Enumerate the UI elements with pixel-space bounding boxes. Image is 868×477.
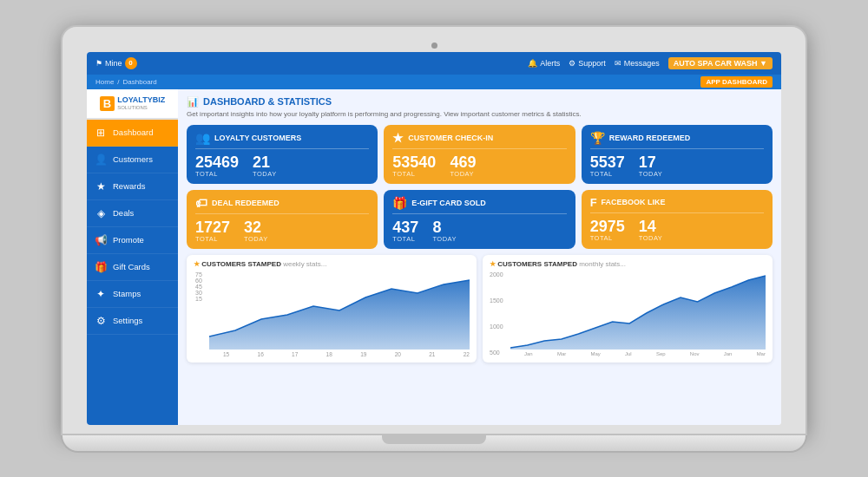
egift-today-label: TODAY: [432, 235, 457, 243]
svg-marker-0: [209, 280, 470, 350]
egift-total-label: TOTAL: [392, 235, 418, 243]
home-breadcrumb[interactable]: Home: [95, 78, 114, 86]
stat-card-deal-redeemed: 🏷 DEAL REDEEMED 1727 TOTAL 32: [187, 190, 378, 249]
sidebar-giftcards-label: Gift Cards: [113, 262, 150, 271]
chart-weekly-x-labels: 15 16 17 18 19 20 21 22: [209, 351, 470, 357]
sidebar-promote-label: Promote: [113, 235, 144, 245]
sidebar-item-promote[interactable]: 📢 Promote: [87, 227, 178, 254]
y-m-2000: 2000: [490, 271, 507, 278]
reward-total-number: 5537: [590, 154, 625, 170]
top-nav-left: ⚑ Mine 0: [95, 57, 137, 69]
sidebar-customers-label: Customers: [113, 154, 153, 164]
screen-bezel: ⚑ Mine 0 🔔 Alerts ⚙ Support ✉: [61, 25, 807, 435]
sidebar-item-dashboard[interactable]: ⊞ Dashboard: [87, 120, 178, 147]
brand-selector[interactable]: AUTO SPA CAR WASH ▼: [668, 57, 773, 69]
logo-b: B: [100, 96, 115, 111]
x-m-may: May: [590, 351, 600, 356]
top-nav-right: 🔔 Alerts ⚙ Support ✉ Messages AUTO SPA C…: [528, 57, 773, 69]
support-nav-item[interactable]: ⚙ Support: [569, 59, 606, 68]
app-dashboard-button[interactable]: APP DASHBOARD: [700, 76, 773, 88]
loyalty-customers-icon: 👥: [195, 131, 210, 145]
section-desc: Get important insights into how your loy…: [187, 110, 773, 118]
laptop-screen: ⚑ Mine 0 🔔 Alerts ⚙ Support ✉: [87, 52, 781, 425]
facebook-total-block: 2975 TOTAL: [590, 219, 625, 242]
loyalty-total-block: 25469 TOTAL: [195, 154, 239, 178]
chart-weekly-area: [209, 271, 470, 350]
deal-today-label: TODAY: [244, 235, 268, 243]
facebook-today-label: TODAY: [639, 234, 663, 242]
sidebar-item-deals[interactable]: ◈ Deals: [87, 200, 178, 227]
sub-navbar: Home / Dashboard APP DASHBOARD: [87, 75, 781, 89]
stamps-icon: ✦: [94, 287, 108, 301]
deal-total-block: 1727 TOTAL: [195, 219, 230, 243]
facebook-total-number: 2975: [590, 219, 625, 234]
y-label-15: 15: [195, 296, 204, 302]
chart-weekly-title-text: CUSTOMERS STAMPED weekly stats...: [201, 260, 326, 268]
y-label-45: 45: [195, 284, 204, 290]
messages-nav-item[interactable]: ✉ Messages: [615, 59, 660, 68]
deal-icon: 🏷: [195, 196, 207, 210]
egift-today-number: 8: [432, 219, 457, 235]
section-title: 📊 DASHBOARD & STATISTICS: [187, 96, 773, 108]
y-m-1500: 1500: [490, 297, 507, 304]
x-w-17: 17: [292, 351, 298, 357]
chart-weekly-svg: [209, 271, 470, 350]
svg-marker-1: [510, 276, 766, 350]
x-w-15: 15: [223, 351, 229, 357]
reward-title: REWARD REDEEMED: [609, 134, 691, 142]
stat-card-header-reward: 🏆 REWARD REDEEMED: [590, 131, 764, 149]
main-layout: B LOYALTYBIZ SOLUTIONS ⊞ Dashboard 👤 Cus…: [87, 89, 781, 425]
sidebar-item-stamps[interactable]: ✦ Stamps: [87, 281, 178, 308]
laptop-notch: [382, 435, 486, 444]
loyalty-today-block: 21 TODAY: [253, 154, 277, 178]
reward-today-block: 17 TODAY: [639, 154, 663, 178]
reward-values: 5537 TOTAL 17 TODAY: [590, 154, 764, 178]
section-title-text: DASHBOARD & STATISTICS: [203, 96, 332, 107]
sidebar-item-giftcards[interactable]: 🎁 Gift Cards: [87, 254, 178, 281]
section-icon: 📊: [187, 96, 199, 108]
stat-card-header-checkin: ★ CUSTOMER CHECK-IN: [392, 131, 566, 149]
chart-monthly-svg-container: Jan Mar May Jul Sep Nov Jan Mar: [510, 271, 766, 356]
sidebar-rewards-label: Rewards: [113, 181, 146, 191]
egift-total-number: 437: [392, 219, 418, 235]
breadcrumb-sep: /: [117, 78, 119, 86]
stat-card-header-deal: 🏷 DEAL REDEEMED: [195, 196, 369, 214]
y-label-60: 60: [195, 278, 204, 284]
alerts-nav-item[interactable]: 🔔 Alerts: [528, 59, 560, 68]
alert-icon: 🔔: [528, 59, 537, 68]
egift-today-block: 8 TODAY: [432, 219, 457, 243]
loyalty-today-number: 21: [253, 154, 277, 170]
dashboard-breadcrumb[interactable]: Dashboard: [123, 78, 157, 86]
chart-monthly-title-text: CUSTOMERS STAMPED monthly stats...: [497, 260, 626, 268]
promote-icon: 📢: [94, 233, 108, 247]
messages-label: Messages: [624, 59, 660, 68]
sidebar-item-customers[interactable]: 👤 Customers: [87, 147, 178, 173]
checkin-title: CUSTOMER CHECK-IN: [408, 134, 493, 142]
chart-monthly-x-labels: Jan Mar May Jul Sep Nov Jan Mar: [510, 351, 766, 356]
checkin-today-number: 469: [450, 154, 476, 170]
giftcards-icon: 🎁: [94, 260, 108, 274]
x-m-jan2: Jan: [724, 351, 733, 356]
x-m-jul: Jul: [625, 351, 632, 356]
sidebar-item-settings[interactable]: ⚙ Settings: [87, 308, 178, 335]
chart-weekly: ★ CUSTOMERS STAMPED weekly stats... 75 6…: [187, 255, 477, 363]
reward-icon: 🏆: [590, 131, 605, 145]
sidebar-item-rewards[interactable]: ★ Rewards: [87, 173, 178, 200]
mine-label: Mine: [105, 59, 122, 68]
mine-nav-item[interactable]: ⚑ Mine 0: [95, 57, 137, 69]
chart-weekly-y-labels: 75 60 45 30 15: [194, 271, 206, 302]
deal-title: DEAL REDEEMED: [212, 199, 279, 207]
reward-today-number: 17: [639, 154, 663, 170]
egift-icon: 🎁: [392, 196, 407, 210]
checkin-icon: ★: [392, 131, 404, 145]
sidebar-settings-label: Settings: [113, 316, 142, 325]
checkin-today-label: TODAY: [450, 170, 476, 178]
messages-icon: ✉: [615, 59, 621, 68]
checkin-today-block: 469 TODAY: [450, 154, 476, 178]
y-label-75: 75: [195, 271, 204, 278]
customers-icon: 👤: [94, 153, 108, 167]
x-m-mar2: Mar: [757, 351, 766, 356]
deal-values: 1727 TOTAL 32 TODAY: [195, 219, 369, 243]
chart-weekly-container: 75 60 45 30 15: [194, 271, 470, 357]
chart-monthly-svg: [510, 271, 766, 350]
